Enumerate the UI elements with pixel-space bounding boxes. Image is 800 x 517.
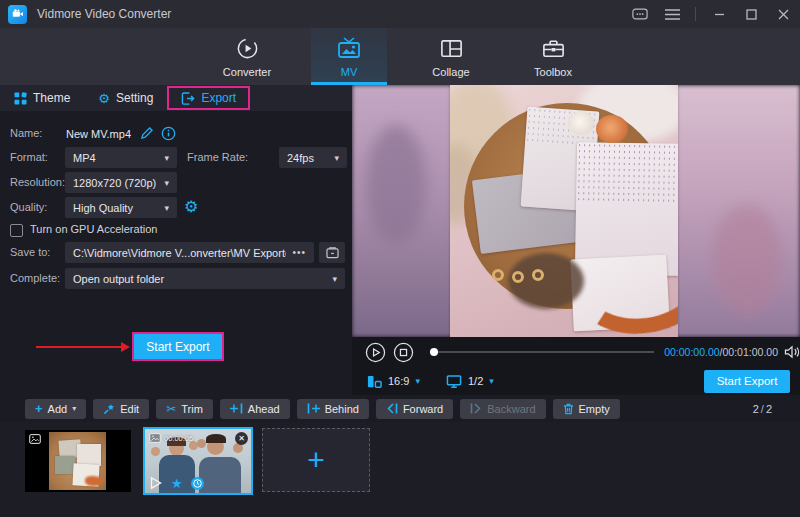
add-clip-plus-icon: + — [307, 445, 325, 475]
export-settings-panel: Theme ⚙ Setting Export Name: New MV.mp4 — [0, 85, 352, 395]
complete-row: Complete: Open output folder ▾ — [0, 268, 352, 290]
mv-icon — [336, 36, 362, 61]
minimize-button[interactable] — [710, 5, 728, 23]
main-nav: Converter MV Collage Toolbox — [0, 28, 800, 85]
tab-export[interactable]: Export — [167, 86, 250, 110]
backward-button[interactable]: Backward — [460, 399, 545, 419]
add-button[interactable]: + Add ▾ — [25, 399, 86, 419]
tab-setting-label: Setting — [116, 91, 153, 105]
start-export-button-secondary[interactable]: Start Export — [704, 370, 790, 393]
vidmore-video-converter-window: Vidmore Video Converter — [0, 0, 800, 517]
seek-handle[interactable] — [430, 348, 438, 356]
clip-toolbar: + Add ▾ Edit ✂ Trim Ahead Behind — [0, 395, 800, 422]
quality-row: Quality: High Quality ▾ ⚙ — [0, 197, 352, 219]
gpu-acceleration-checkbox[interactable] — [10, 224, 23, 237]
resolution-dropdown[interactable]: 1280x720 (720p) ▾ — [65, 172, 177, 193]
frame-rate-dropdown[interactable]: 24fps ▾ — [279, 147, 347, 168]
tab-setting[interactable]: ⚙ Setting — [84, 85, 167, 111]
orange-flower — [596, 115, 628, 143]
insert-behind-icon — [307, 403, 320, 414]
setting-gear-icon: ⚙ — [98, 92, 110, 105]
browse-path-button[interactable]: ••• — [286, 247, 306, 258]
format-dropdown[interactable]: MP4 ▾ — [65, 147, 177, 168]
remove-clip-icon[interactable]: ✕ — [235, 432, 248, 445]
mv-panel-tabs: Theme ⚙ Setting Export — [0, 85, 352, 111]
clip2-duration: 00:00:05 — [164, 434, 193, 443]
tab-theme-label: Theme — [33, 91, 70, 105]
annotation-arrow — [36, 346, 122, 348]
trim-button[interactable]: ✂ Trim — [156, 399, 213, 419]
theme-icon — [14, 92, 27, 105]
start-export-button[interactable]: Start Export — [132, 332, 224, 361]
gpu-row: Turn on GPU Acceleration — [0, 221, 352, 243]
maximize-button[interactable] — [742, 5, 760, 23]
edit-name-icon[interactable] — [138, 125, 155, 142]
edit-button[interactable]: Edit — [93, 399, 149, 419]
clip1-thumbnail — [49, 432, 106, 490]
complete-value: Open output folder — [73, 273, 164, 285]
screen-page-dropdown[interactable]: 1/2 ▾ — [446, 374, 494, 389]
tab-toolbox-label: Toolbox — [534, 66, 572, 78]
format-label: Format: — [10, 147, 48, 167]
aspect-ratio-value: 16:9 — [388, 375, 409, 387]
tab-collage[interactable]: Collage — [413, 28, 489, 85]
edit-wand-icon — [103, 403, 115, 415]
add-clip-placeholder[interactable]: + — [262, 428, 370, 492]
tab-mv-label: MV — [341, 66, 358, 78]
menu-icon[interactable] — [663, 5, 681, 23]
ahead-label: Ahead — [248, 403, 280, 415]
feedback-icon[interactable] — [631, 5, 649, 23]
start-export-area: Start Export — [0, 331, 352, 363]
timeline-clip-1[interactable] — [25, 430, 131, 492]
behind-label: Behind — [325, 403, 359, 415]
tab-theme[interactable]: Theme — [0, 85, 84, 111]
quality-dropdown[interactable]: High Quality ▾ — [65, 197, 177, 218]
plus-icon: + — [35, 401, 43, 416]
open-folder-button[interactable] — [319, 242, 345, 263]
close-button[interactable] — [774, 5, 792, 23]
quality-label: Quality: — [10, 197, 47, 217]
behind-button[interactable]: Behind — [297, 399, 369, 419]
resolution-row: Resolution: 1280x720 (720p) ▾ — [0, 172, 352, 194]
volume-icon[interactable] — [784, 345, 800, 359]
toolbox-icon — [541, 36, 566, 61]
move-backward-icon — [470, 403, 482, 414]
save-to-path-field[interactable]: C:\Vidmore\Vidmore V...onverter\MV Expor… — [65, 242, 314, 263]
seek-slider[interactable] — [430, 351, 654, 353]
preview-panel: 00:00:00.00/00:01:00.00 16:9 ▾ — [352, 85, 800, 395]
complete-dropdown[interactable]: Open output folder ▾ — [65, 268, 345, 289]
export-icon — [181, 92, 195, 105]
tab-converter-label: Converter — [223, 66, 271, 78]
preview-photo-wedding-flatlay — [450, 85, 678, 337]
quality-settings-gear-icon[interactable]: ⚙ — [184, 198, 198, 216]
forward-button[interactable]: Forward — [376, 399, 453, 419]
video-preview[interactable] — [352, 85, 800, 337]
clip-play-icon[interactable] — [149, 476, 162, 490]
format-row: Format: MP4 ▾ Frame Rate: 24fps ▾ — [0, 147, 352, 169]
tab-mv[interactable]: MV — [311, 28, 387, 85]
window-controls — [631, 5, 792, 23]
save-to-label: Save to: — [10, 242, 50, 262]
ahead-button[interactable]: Ahead — [220, 399, 290, 419]
clip-duration-clock-icon[interactable] — [191, 477, 204, 490]
image-icon — [149, 433, 161, 443]
tab-toolbox[interactable]: Toolbox — [515, 28, 591, 85]
name-row: Name: New MV.mp4 — [0, 123, 352, 145]
timeline-clip-2-selected[interactable]: 00:00:05 ✕ ★ — [143, 427, 253, 495]
clip-counter: 2/2 — [753, 403, 772, 415]
converter-icon — [235, 36, 260, 61]
save-to-path-value: C:\Vidmore\Vidmore V...onverter\MV Expor… — [73, 247, 286, 259]
title-bar: Vidmore Video Converter — [0, 0, 800, 28]
clip-favorite-star-icon[interactable]: ★ — [171, 476, 183, 491]
format-value: MP4 — [73, 152, 96, 164]
play-button[interactable] — [365, 342, 386, 363]
tab-export-label: Export — [201, 91, 236, 105]
aspect-ratio-dropdown[interactable]: 16:9 ▾ — [366, 374, 420, 389]
empty-button[interactable]: Empty — [553, 399, 620, 419]
time-display: 00:00:00.00/00:01:00.00 — [664, 346, 778, 358]
info-icon[interactable] — [160, 125, 177, 142]
tab-converter[interactable]: Converter — [209, 28, 285, 85]
wedding-ring — [512, 271, 524, 283]
stop-button[interactable] — [393, 342, 414, 363]
complete-label: Complete: — [10, 268, 60, 288]
